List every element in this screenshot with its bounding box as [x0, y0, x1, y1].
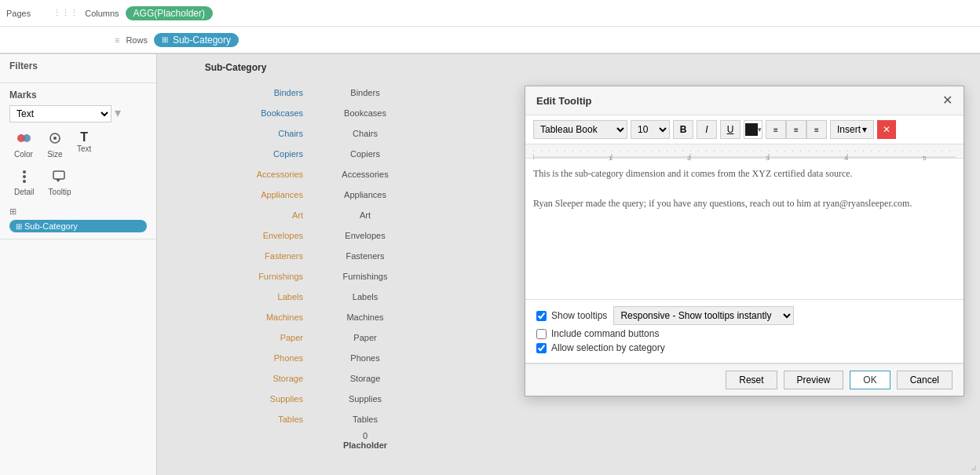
svg-rect-7 — [53, 171, 64, 179]
show-tooltips-label[interactable]: Show tooltips — [536, 310, 607, 321]
mark-size[interactable]: Size — [42, 127, 68, 162]
color-swatch — [745, 123, 758, 136]
mark-text-label: Text — [77, 144, 91, 153]
color-icon — [16, 130, 31, 150]
modal-options: Show tooltips Responsive - Show tooltips… — [525, 300, 964, 364]
modal-body: This is the sub-category dimension and i… — [525, 159, 964, 300]
modal-footer: Reset Preview OK Cancel — [525, 364, 964, 396]
filters-label: Filters — [9, 60, 147, 71]
rows-shelf: ≡ Rows ⊞ Sub-Category — [0, 27, 980, 53]
allow-selection-text: Allow selection by category — [551, 342, 665, 353]
resize-handle: ⊿ — [971, 463, 977, 472]
modal-overlay: Edit Tooltip ✕ Tableau Book 10 B I U — [157, 54, 980, 475]
tooltip-type-select[interactable]: Responsive - Show tooltips instantly On … — [613, 306, 794, 325]
mark-tooltip[interactable]: Tooltip — [44, 165, 76, 199]
pages-label: Pages — [6, 9, 31, 18]
reset-button[interactable]: Reset — [726, 371, 777, 389]
show-tooltips-text: Show tooltips — [551, 310, 607, 321]
marks-type-select[interactable]: Text — [9, 105, 112, 122]
marks-icons-group2: Detail Tooltip — [9, 165, 147, 199]
ok-button[interactable]: OK — [850, 371, 890, 389]
modal-header: Edit Tooltip ✕ — [525, 86, 964, 115]
insert-label: Insert — [837, 124, 861, 135]
mark-tooltip-label: Tooltip — [49, 188, 71, 196]
mark-detail-label: Detail — [14, 188, 35, 196]
mark-color-label: Color — [14, 150, 33, 159]
rows-label: Rows — [126, 35, 148, 45]
underline-button[interactable]: U — [720, 120, 740, 139]
align-right-button[interactable]: ≡ — [806, 120, 827, 139]
preview-button[interactable]: Preview — [784, 371, 844, 389]
insert-button[interactable]: Insert ▾ — [830, 120, 874, 139]
svg-point-6 — [23, 180, 26, 183]
rows-icon: ≡ — [115, 35, 119, 45]
modal-toolbar: Tableau Book 10 B I U ▾ ≡ — [525, 115, 964, 144]
svg-point-3 — [53, 137, 57, 140]
cancel-button[interactable]: Cancel — [897, 371, 953, 389]
svg-text:5: 5 — [923, 155, 927, 162]
rows-pill-icon: ⊞ — [162, 35, 168, 44]
pill-icon: ⊞ — [16, 222, 22, 231]
edit-tooltip-modal: Edit Tooltip ✕ Tableau Book 10 B I U — [525, 86, 964, 396]
allow-selection-row: Allow selection by category — [536, 342, 953, 353]
tooltip-content-line1: This is the sub-category dimension and i… — [533, 168, 853, 179]
svg-point-4 — [23, 170, 26, 174]
modal-title: Edit Tooltip — [536, 95, 592, 107]
rows-pill-text: Sub-Category — [173, 35, 231, 46]
tooltip-editor[interactable]: This is the sub-category dimension and i… — [525, 159, 964, 300]
svg-point-5 — [23, 175, 26, 178]
size-icon — [47, 130, 63, 150]
ruler: 1 2 3 4 5 — [525, 144, 964, 159]
marks-label: Marks — [9, 90, 147, 100]
mark-color[interactable]: Color — [9, 127, 38, 162]
mark-text[interactable]: T Text — [72, 127, 96, 162]
svg-marker-8 — [56, 179, 60, 182]
sub-category-pill-text: Sub-Category — [24, 221, 78, 231]
columns-icon: ⋮⋮⋮ — [53, 8, 79, 18]
columns-pill[interactable]: AGG(Placholder) — [126, 6, 213, 20]
insert-arrow-icon: ▾ — [862, 124, 867, 135]
columns-pill-text: AGG(Placholder) — [133, 8, 205, 19]
marks-section: Marks Text ▾ Color — [0, 83, 156, 239]
color-dropdown-icon: ▾ — [758, 126, 762, 133]
modal-close-button[interactable]: ✕ — [942, 94, 953, 107]
show-tooltips-checkbox[interactable] — [536, 311, 547, 321]
chart-area: Sub-Category Binders Bookcases Chairs Co… — [157, 54, 980, 475]
rows-pill[interactable]: ⊞ Sub-Category — [154, 33, 239, 47]
ruler-line: 1 2 3 4 5 — [533, 151, 956, 152]
bold-button[interactable]: B — [673, 120, 693, 139]
color-picker-button[interactable]: ▾ — [744, 120, 762, 139]
include-command-text: Include command buttons — [551, 328, 659, 339]
tooltip-icon — [52, 168, 68, 188]
detail-icon — [16, 168, 32, 188]
mark-detail[interactable]: Detail — [9, 165, 39, 199]
mark-size-label: Size — [47, 150, 62, 159]
dimension-plus-icon: ⊞ — [9, 206, 16, 216]
include-command-checkbox[interactable] — [536, 329, 547, 339]
align-left-button[interactable]: ≡ — [766, 120, 786, 139]
allow-selection-label[interactable]: Allow selection by category — [536, 342, 665, 353]
align-group: ≡ ≡ ≡ — [766, 120, 827, 139]
font-size-select[interactable]: 10 — [631, 120, 670, 139]
columns-label: Columns — [85, 9, 119, 18]
marks-icons-group: Color Size T Text — [9, 127, 147, 162]
clear-button[interactable]: ✕ — [877, 120, 896, 139]
show-tooltips-row: Show tooltips Responsive - Show tooltips… — [536, 306, 953, 325]
columns-shelf: Pages ⋮⋮⋮ Columns AGG(Placholder) — [0, 0, 980, 27]
text-mark-icon: T — [80, 130, 88, 144]
filters-section: Filters — [0, 54, 156, 83]
font-select[interactable]: Tableau Book — [533, 120, 627, 139]
marks-dropdown-icon[interactable]: ▾ — [115, 105, 121, 122]
italic-button[interactable]: I — [697, 120, 717, 139]
include-command-row: Include command buttons — [536, 328, 953, 339]
tooltip-content-line2: Ryan Sleeper made the query; if you have… — [533, 198, 912, 209]
svg-point-1 — [23, 134, 31, 142]
include-command-label[interactable]: Include command buttons — [536, 328, 659, 339]
align-center-button[interactable]: ≡ — [786, 120, 806, 139]
allow-selection-checkbox[interactable] — [536, 343, 547, 353]
sub-category-pill[interactable]: ⊞ Sub-Category — [9, 220, 147, 232]
